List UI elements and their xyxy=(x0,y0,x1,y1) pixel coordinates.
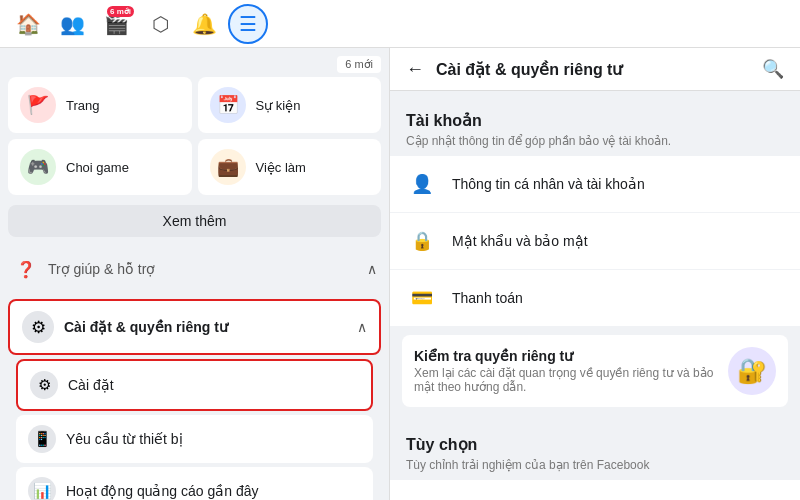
trang-icon: 🚩 xyxy=(20,87,56,123)
search-icon[interactable]: 🔍 xyxy=(762,58,784,80)
su-kien-icon: 📅 xyxy=(210,87,246,123)
settings-label: Cài đặt & quyền riêng tư xyxy=(64,319,228,335)
video-nav[interactable]: 🎬 6 mới xyxy=(96,4,136,44)
left-panel: 6 mới 🚩 Trang 📅 Sự kiện 🎮 Choi game 💼 V xyxy=(0,48,390,500)
grid-items: 🚩 Trang 📅 Sự kiện 🎮 Choi game 💼 Việc làm xyxy=(8,77,381,195)
right-content: Tài khoản Cập nhật thông tin để góp phần… xyxy=(390,91,800,500)
settings-chevron: ∧ xyxy=(357,319,367,335)
right-title: Cài đặt & quyền riêng tư xyxy=(436,60,750,79)
yeu-cau-label: Yêu cầu từ thiết bị xyxy=(66,431,183,447)
right-panel: ← Cài đặt & quyền riêng tư 🔍 Tài khoản C… xyxy=(390,48,800,500)
help-chevron: ∧ xyxy=(367,261,377,277)
yeu-cau-item[interactable]: 📱 Yêu cầu từ thiết bị xyxy=(16,415,373,463)
help-section: ❓ Trợ giúp & hỗ trợ ∧ xyxy=(0,243,389,295)
account-desc: Cập nhật thông tin để góp phần bảo vệ tà… xyxy=(390,134,800,156)
see-more-button[interactable]: Xem thêm xyxy=(8,205,381,237)
home-icon[interactable]: 🏠 xyxy=(8,4,48,44)
choi-game-item[interactable]: 🎮 Choi game xyxy=(8,139,192,195)
help-header-left: ❓ Trợ giúp & hỗ trợ xyxy=(12,255,155,283)
home-nav[interactable]: 🏠 xyxy=(8,4,48,44)
trang-item[interactable]: 🚩 Trang xyxy=(8,77,192,133)
privacy-card-icon: 🔐 xyxy=(728,347,776,395)
video-badge: 6 mới xyxy=(107,6,134,17)
settings-gear-icon: ⚙ xyxy=(22,311,54,343)
badge-row: 6 mới xyxy=(8,56,381,73)
hoat-dong-icon: 📊 xyxy=(28,477,56,500)
account-title: Tài khoản xyxy=(390,99,800,134)
bang-tin-item[interactable]: 📰 Bảng tin xyxy=(390,480,800,500)
help-label: Trợ giúp & hỗ trợ xyxy=(48,261,155,277)
privacy-card[interactable]: Kiểm tra quyền riêng tư Xem lại các cài … xyxy=(402,335,788,407)
viec-lam-item[interactable]: 💼 Việc làm xyxy=(198,139,382,195)
mat-khau-icon: 🔒 xyxy=(406,225,438,257)
menu-nav[interactable]: ☰ xyxy=(228,4,268,44)
menu-icon[interactable]: ☰ xyxy=(228,4,268,44)
tuy-chon-title: Tùy chọn xyxy=(390,423,800,458)
privacy-card-title: Kiểm tra quyền riêng tư xyxy=(414,348,716,364)
tuy-chon-desc: Tùy chỉnh trải nghiệm của bạn trên Faceb… xyxy=(390,458,800,480)
mat-khau-item[interactable]: 🔒 Mật khẩu và bảo mật xyxy=(390,213,800,270)
thong-tin-label: Thông tin cá nhân và tài khoản xyxy=(452,176,645,192)
right-header: ← Cài đặt & quyền riêng tư 🔍 xyxy=(390,48,800,91)
mat-khau-label: Mật khẩu và bảo mật xyxy=(452,233,588,249)
hoat-dong-item[interactable]: 📊 Hoạt động quảng cáo gần đây xyxy=(16,467,373,500)
friends-icon[interactable]: 👥 xyxy=(52,4,92,44)
back-button[interactable]: ← xyxy=(406,59,424,80)
trang-label: Trang xyxy=(66,98,99,113)
viec-lam-label: Việc làm xyxy=(256,160,306,175)
main-content: 6 mới 🚩 Trang 📅 Sự kiện 🎮 Choi game 💼 V xyxy=(0,48,800,500)
thanh-toan-item[interactable]: 💳 Thanh toán xyxy=(390,270,800,327)
thanh-toan-label: Thanh toán xyxy=(452,290,523,306)
groups-nav[interactable]: ⬡ xyxy=(140,4,180,44)
viec-lam-icon: 💼 xyxy=(210,149,246,185)
cai-dat-item[interactable]: ⚙ Cài đặt xyxy=(16,359,373,411)
thong-tin-item[interactable]: 👤 Thông tin cá nhân và tài khoản xyxy=(390,156,800,213)
su-kien-item[interactable]: 📅 Sự kiện xyxy=(198,77,382,133)
choi-game-label: Choi game xyxy=(66,160,129,175)
section-gap xyxy=(390,415,800,423)
help-header[interactable]: ❓ Trợ giúp & hỗ trợ ∧ xyxy=(8,247,381,291)
bell-icon[interactable]: 🔔 xyxy=(184,4,224,44)
privacy-card-text: Kiểm tra quyền riêng tư Xem lại các cài … xyxy=(414,348,716,394)
settings-sub-items: ⚙ Cài đặt 📱 Yêu cầu từ thiết bị 📊 Hoạt đ… xyxy=(8,359,381,500)
bang-tin-icon: 📰 xyxy=(406,492,438,500)
choi-game-icon: 🎮 xyxy=(20,149,56,185)
settings-header-left: ⚙ Cài đặt & quyền riêng tư xyxy=(22,311,228,343)
cai-dat-icon: ⚙ xyxy=(30,371,58,399)
cai-dat-label: Cài đặt xyxy=(68,377,114,393)
settings-section: ⚙ Cài đặt & quyền riêng tư ∧ ⚙ Cài đặt 📱… xyxy=(0,295,389,500)
thanh-toan-icon: 💳 xyxy=(406,282,438,314)
friends-nav[interactable]: 👥 xyxy=(52,4,92,44)
new-badge: 6 mới xyxy=(337,56,381,73)
yeu-cau-icon: 📱 xyxy=(28,425,56,453)
grid-section: 6 mới 🚩 Trang 📅 Sự kiện 🎮 Choi game 💼 V xyxy=(0,48,389,199)
thong-tin-icon: 👤 xyxy=(406,168,438,200)
help-icon: ❓ xyxy=(12,255,40,283)
groups-icon[interactable]: ⬡ xyxy=(140,4,180,44)
settings-header[interactable]: ⚙ Cài đặt & quyền riêng tư ∧ xyxy=(8,299,381,355)
bell-nav[interactable]: 🔔 xyxy=(184,4,224,44)
hoat-dong-label: Hoạt động quảng cáo gần đây xyxy=(66,483,258,499)
su-kien-label: Sự kiện xyxy=(256,98,301,113)
privacy-card-desc: Xem lại các cài đặt quan trọng về quyền … xyxy=(414,366,716,394)
top-navigation: 🏠 👥 🎬 6 mới ⬡ 🔔 ☰ xyxy=(0,0,800,48)
